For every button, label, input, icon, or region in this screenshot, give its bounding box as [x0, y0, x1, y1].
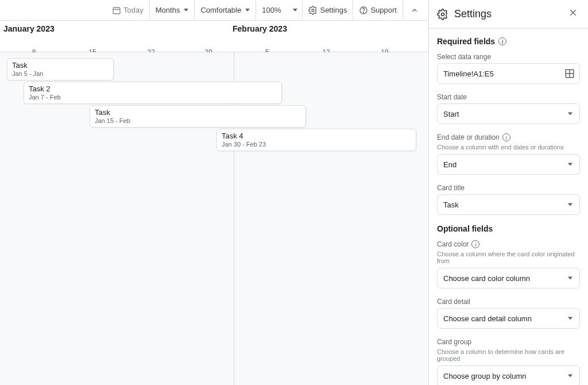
task-dates: Jan 30 - Feb 23	[222, 141, 411, 148]
info-icon[interactable]: i	[471, 240, 479, 248]
task-card[interactable]: Task 2Jan 7 - Feb	[24, 82, 282, 104]
task-card[interactable]: Task 4Jan 30 - Feb 23	[216, 129, 416, 151]
svg-rect-0	[113, 7, 120, 14]
collapse-button[interactable]	[403, 0, 426, 20]
end-date-select[interactable]: End	[437, 154, 580, 175]
end-date-hint: Choose a column with end dates or durati…	[437, 144, 580, 151]
card-detail-label: Card detail	[437, 298, 580, 306]
card-group-label: Card group	[437, 338, 580, 346]
card-color-hint: Choose a column where the card color ori…	[437, 251, 580, 264]
optional-heading: Optional fields	[437, 224, 580, 233]
info-icon[interactable]: i	[502, 133, 510, 141]
density-dropdown[interactable]: Comfortable	[195, 0, 256, 20]
task-title: Task	[95, 108, 301, 117]
task-dates: Jan 15 - Feb	[95, 117, 301, 124]
help-icon	[359, 6, 368, 15]
svg-point-4	[312, 9, 314, 11]
month-label: February 2023	[233, 24, 287, 33]
end-date-label: End date or duration i	[437, 133, 580, 141]
card-detail-select[interactable]: Choose card detail column	[437, 308, 580, 329]
settings-button[interactable]: Settings	[303, 0, 353, 20]
chevron-up-icon	[410, 6, 419, 15]
task-dates: Jan 7 - Feb	[29, 94, 277, 101]
today-label: Today	[123, 6, 144, 14]
zoom-button[interactable]: 100%	[256, 0, 287, 20]
data-range-label: Select data range	[437, 53, 580, 61]
settings-panel: Settings Required fields i Select data r…	[429, 0, 588, 385]
today-button[interactable]: Today	[106, 0, 149, 20]
card-group-hint: Choose a column to determine how cards a…	[437, 348, 580, 362]
month-label: January 2023	[3, 24, 55, 33]
svg-point-7	[442, 13, 444, 16]
card-title-label: Card title	[437, 184, 580, 192]
support-button[interactable]: Support	[353, 0, 403, 20]
calendar-icon	[112, 6, 121, 15]
zoom-dropdown[interactable]	[287, 0, 302, 20]
panel-title: Settings	[454, 8, 560, 20]
support-label: Support	[370, 6, 397, 14]
start-date-select[interactable]: Start	[437, 103, 580, 124]
task-title: Task 4	[222, 132, 411, 140]
task-card[interactable]: TaskJan 5 - Jan	[7, 58, 114, 80]
task-dates: Jan 5 - Jan	[12, 70, 109, 77]
gear-icon	[437, 9, 448, 20]
data-range-input[interactable]: Timeline!A1:E5	[437, 63, 580, 84]
start-date-label: Start date	[437, 93, 580, 101]
card-title-select[interactable]: Task	[437, 194, 580, 215]
task-title: Task	[12, 61, 109, 70]
timeline-body[interactable]: TaskJan 5 - JanTask 2Jan 7 - FebTaskJan …	[0, 52, 428, 385]
card-group-select[interactable]: Choose group by column	[437, 365, 580, 385]
gear-icon	[308, 6, 318, 15]
settings-label: Settings	[320, 6, 347, 14]
scale-dropdown[interactable]: Months	[150, 0, 195, 20]
task-title: Task 2	[29, 84, 277, 93]
task-card[interactable]: TaskJan 15 - Feb	[90, 105, 306, 128]
card-color-label: Card color i	[437, 240, 580, 248]
required-heading: Required fields i	[437, 37, 580, 46]
card-color-select[interactable]: Choose card color column	[437, 268, 580, 288]
close-button[interactable]	[566, 6, 580, 22]
grid-icon[interactable]	[564, 68, 575, 79]
svg-point-6	[363, 11, 364, 12]
toolbar: Today Months Comfortable 100% Settings	[0, 0, 428, 21]
info-icon[interactable]: i	[498, 37, 506, 45]
timeline-header: January 2023February 2023 815222951219	[0, 21, 428, 52]
